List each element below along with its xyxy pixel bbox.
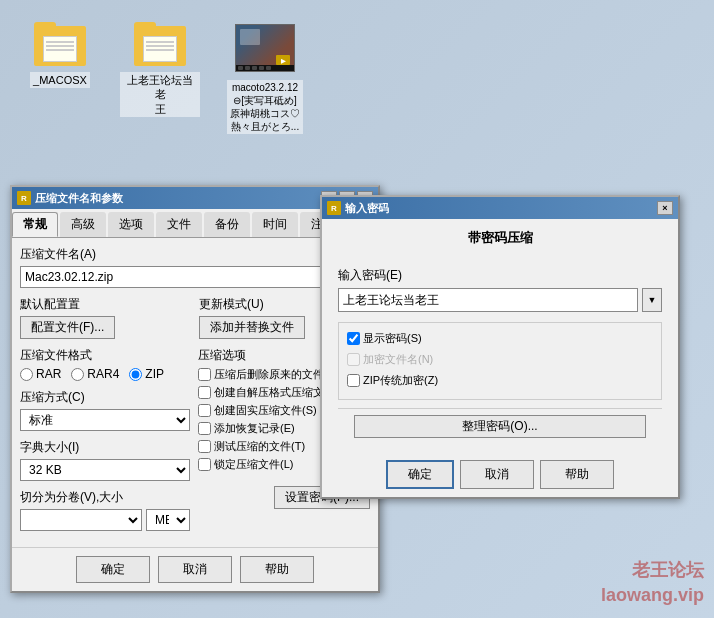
tab-advanced[interactable]: 高级	[60, 212, 106, 237]
filename-input[interactable]	[20, 266, 370, 288]
format-group: 压缩文件格式 RAR RAR4 ZIP	[20, 347, 190, 381]
tab-time[interactable]: 时间	[252, 212, 298, 237]
main-dialog-title: R 压缩文件名和参数	[17, 191, 123, 206]
split-label: 切分为分卷(V),大小	[20, 489, 190, 506]
pwd-options-box: 显示密码(S) 加密文件名(N) ZIP传统加密(Z)	[338, 322, 662, 400]
desktop-icon-macosx[interactable]: _MACOSX	[20, 20, 100, 88]
password-dropdown-button[interactable]: ▼	[642, 288, 662, 312]
config-button[interactable]: 配置文件(F)...	[20, 316, 115, 339]
radio-rar[interactable]: RAR	[20, 367, 61, 381]
password-dialog: R 输入密码 × 带密码压缩 输入密码(E) ▼ 显示密码(S) 加密文件名(N…	[320, 195, 680, 499]
encrypt-filename-option[interactable]: 加密文件名(N)	[347, 352, 653, 367]
show-password-option[interactable]: 显示密码(S)	[347, 331, 653, 346]
config-label: 默认配置置	[20, 296, 191, 313]
tab-normal[interactable]: 常规	[12, 212, 58, 237]
filename-label: 压缩文件名(A)	[20, 246, 370, 263]
pwd-input-row: ▼	[338, 288, 662, 312]
main-cancel-button[interactable]: 取消	[158, 556, 232, 583]
laowang-label: 上老王论坛当老王	[120, 72, 200, 117]
dict-select[interactable]: 32 KB	[20, 459, 190, 481]
split-select[interactable]	[20, 509, 142, 531]
config-group: 默认配置置 配置文件(F)...	[20, 296, 191, 339]
pwd-footer: 确定 取消 帮助	[322, 452, 678, 497]
pwd-header: 带密码压缩	[322, 219, 678, 257]
dict-group: 字典大小(I) 32 KB	[20, 439, 190, 481]
pwd-winrar-icon: R	[327, 201, 341, 215]
main-help-button[interactable]: 帮助	[240, 556, 314, 583]
pwd-content: 输入密码(E) ▼ 显示密码(S) 加密文件名(N) ZIP传统加密(Z) 整理…	[322, 257, 678, 452]
desktop-icons: _MACOSX 上老王论坛当老王	[0, 0, 714, 154]
video-label: macoto23.2.12⊖[実写耳砥め]原神胡桃コス♡熱々且がとろ...	[227, 80, 303, 134]
pwd-titlebar-buttons: ×	[657, 201, 673, 215]
split-group: 切分为分卷(V),大小 MB	[20, 489, 190, 531]
config-update-row: 默认配置置 配置文件(F)... 更新模式(U) 添加并替换文件	[20, 296, 370, 347]
pwd-input-label: 输入密码(E)	[338, 267, 662, 284]
desktop: _MACOSX 上老王论坛当老王	[0, 0, 714, 618]
split-unit-select[interactable]: MB	[146, 509, 190, 531]
pwd-separator	[338, 408, 662, 409]
winrar-icon: R	[17, 191, 31, 205]
radio-zip[interactable]: ZIP	[129, 367, 164, 381]
pwd-dialog-title: R 输入密码	[327, 201, 389, 216]
tab-backup[interactable]: 备份	[204, 212, 250, 237]
watermark-line2: laowang.vip	[601, 583, 704, 608]
method-group: 压缩方式(C) 标准	[20, 389, 190, 431]
pwd-dialog-titlebar: R 输入密码 ×	[322, 197, 678, 219]
password-input[interactable]	[338, 288, 638, 312]
pwd-close-button[interactable]: ×	[657, 201, 673, 215]
method-select[interactable]: 标准	[20, 409, 190, 431]
watermark: 老王论坛 laowang.vip	[601, 558, 704, 608]
format-radio-group: RAR RAR4 ZIP	[20, 367, 190, 381]
main-ok-button[interactable]: 确定	[76, 556, 150, 583]
radio-rar4[interactable]: RAR4	[71, 367, 119, 381]
compress-layout: 压缩文件格式 RAR RAR4 ZIP	[20, 347, 370, 539]
desktop-icon-video[interactable]: ▶ macoto23.2.12⊖[実写耳砥め]原神胡桃コス♡熱々且がとろ...	[220, 20, 310, 134]
update-button[interactable]: 添加并替换文件	[199, 316, 305, 339]
pwd-help-button[interactable]: 帮助	[540, 460, 614, 489]
folder-icon-macosx	[32, 20, 88, 68]
filename-group: 压缩文件名(A)	[20, 246, 370, 288]
compress-left: 压缩文件格式 RAR RAR4 ZIP	[20, 347, 190, 539]
desktop-icon-laowang[interactable]: 上老王论坛当老王	[120, 20, 200, 117]
macosx-label: _MACOSX	[30, 72, 90, 88]
tab-options[interactable]: 选项	[108, 212, 154, 237]
tab-files[interactable]: 文件	[156, 212, 202, 237]
pwd-cancel-button[interactable]: 取消	[460, 460, 534, 489]
watermark-line1: 老王论坛	[601, 558, 704, 583]
main-dialog-footer: 确定 取消 帮助	[12, 547, 378, 591]
manage-passwords-button[interactable]: 整理密码(O)...	[354, 415, 646, 438]
folder-icon-laowang	[132, 20, 188, 68]
pwd-ok-button[interactable]: 确定	[386, 460, 454, 489]
dict-label: 字典大小(I)	[20, 439, 190, 456]
format-label: 压缩文件格式	[20, 347, 190, 364]
video-icon: ▶	[233, 20, 297, 76]
method-label: 压缩方式(C)	[20, 389, 190, 406]
zip-legacy-option[interactable]: ZIP传统加密(Z)	[347, 373, 653, 388]
